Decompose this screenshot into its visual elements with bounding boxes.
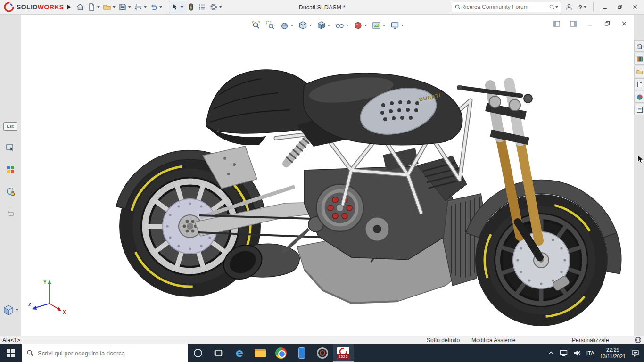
menu-expand-arrow-icon[interactable] — [67, 5, 71, 9]
undo-view-button[interactable] — [3, 206, 18, 220]
zoom-area-button[interactable] — [264, 19, 277, 32]
section-view-button[interactable] — [278, 19, 295, 32]
community-search-box[interactable] — [452, 2, 561, 12]
dropdown-caret[interactable] — [159, 6, 162, 8]
gear-icon — [209, 3, 218, 11]
edge-taskbar-button[interactable]: e — [229, 344, 250, 362]
taskbar-search-input[interactable] — [38, 350, 183, 357]
dropdown-caret[interactable] — [113, 6, 116, 8]
undo-button[interactable] — [148, 1, 164, 13]
dropdown-caret[interactable] — [144, 6, 147, 8]
tab-file-explorer[interactable] — [634, 66, 644, 77]
tab-design-library[interactable] — [634, 53, 644, 65]
clutch-cover[interactable] — [316, 184, 363, 231]
dropdown-caret[interactable] — [382, 25, 385, 26]
dock-pane-left-button[interactable] — [552, 19, 561, 28]
tab-solidworks-resources[interactable] — [634, 40, 644, 52]
pane-left-icon — [553, 21, 560, 27]
dropdown-caret[interactable] — [364, 25, 367, 26]
dock-pane-right-button[interactable] — [569, 19, 578, 28]
tab-appearances[interactable] — [634, 91, 644, 103]
view-cube-caret[interactable] — [16, 309, 18, 311]
browser-taskbar-button[interactable] — [312, 344, 333, 362]
task-pane-strip — [634, 15, 644, 336]
restore-button[interactable] — [614, 1, 626, 13]
dropdown-caret[interactable] — [327, 25, 330, 26]
taskbar-search-box[interactable] — [22, 344, 188, 362]
dropdown-caret[interactable] — [346, 25, 348, 26]
language-indicator[interactable]: ITA — [586, 350, 594, 356]
open-button[interactable] — [101, 1, 117, 13]
document-window-controls — [552, 19, 629, 28]
esc-key-button[interactable]: Esc — [3, 119, 18, 133]
unit-globe-icon[interactable] — [635, 337, 642, 344]
customize-status[interactable]: Personalizzate — [572, 337, 609, 344]
close-button[interactable] — [629, 1, 641, 13]
home-button[interactable] — [74, 1, 86, 13]
dropdown-caret[interactable] — [97, 6, 100, 8]
login-button[interactable] — [564, 1, 574, 13]
solidworks-taskbar-button[interactable]: 2020 — [333, 344, 354, 362]
doc-close-button[interactable] — [619, 19, 629, 28]
cortana-button[interactable] — [188, 344, 208, 362]
coordinate-triad: Y Z X — [28, 277, 68, 315]
select-tool-button[interactable] — [169, 1, 185, 13]
minimize-button[interactable] — [599, 1, 611, 13]
tab-view-palette[interactable] — [634, 78, 644, 90]
clock-date: 13/11/2021 — [600, 353, 626, 360]
display-style-button[interactable] — [314, 19, 332, 32]
dropdown-caret[interactable] — [290, 25, 293, 26]
community-search-input[interactable] — [461, 4, 549, 10]
hide-show-items-button[interactable] — [333, 19, 350, 32]
rotate-lock-button[interactable] — [3, 185, 18, 199]
doc-minimize-button[interactable] — [586, 19, 595, 28]
view-settings-button[interactable] — [388, 19, 405, 32]
clock[interactable]: 22:29 13/11/2021 — [600, 346, 626, 360]
dropdown-caret[interactable] — [309, 25, 312, 26]
tray-expand-chevron-icon[interactable] — [548, 351, 554, 355]
rebuild-button[interactable] — [185, 1, 197, 13]
volume-icon[interactable] — [573, 350, 581, 356]
tab-custom-properties[interactable] — [634, 104, 644, 115]
brand-text: SOLIDWORKS — [17, 3, 64, 11]
motorcycle-model[interactable]: DUCATI — [21, 15, 634, 336]
action-center-icon[interactable] — [631, 350, 639, 357]
left-tool-strip: Esc — [0, 15, 21, 336]
save-button[interactable] — [117, 1, 132, 13]
doc-restore-button[interactable] — [603, 19, 612, 28]
search-magnifier-icon[interactable] — [549, 4, 555, 10]
network-icon[interactable] — [560, 350, 568, 356]
chrome-taskbar-button[interactable] — [271, 344, 291, 362]
select-other-button[interactable] — [3, 141, 18, 155]
zoom-fit-button[interactable] — [249, 19, 263, 32]
new-document-button[interactable] — [86, 1, 101, 13]
dropdown-caret[interactable] — [401, 25, 404, 26]
your-phone-taskbar-button[interactable] — [291, 344, 312, 362]
file-properties-button[interactable] — [197, 1, 208, 13]
home-small-icon — [636, 43, 643, 49]
print-button[interactable] — [132, 1, 148, 13]
edit-appearance-button[interactable] — [351, 19, 369, 32]
minimize-icon — [603, 5, 607, 9]
dropdown-caret[interactable] — [584, 6, 586, 8]
view-cube-control[interactable] — [3, 304, 18, 316]
solidworks-app-icon: 2020 — [337, 347, 349, 359]
dropdown-caret[interactable] — [181, 6, 183, 8]
options-button[interactable] — [208, 1, 223, 13]
rotate-lock-icon — [6, 187, 15, 197]
dropdown-caret[interactable] — [128, 6, 131, 8]
search-scope-caret[interactable] — [555, 6, 558, 8]
start-button[interactable] — [0, 344, 22, 362]
edit-mode-status[interactable]: Modifica Assieme — [471, 337, 515, 344]
graphics-viewport[interactable]: DUCATI — [21, 15, 634, 336]
dropdown-caret[interactable] — [219, 6, 222, 8]
file-explorer-taskbar-button[interactable] — [250, 344, 271, 362]
solidworks-menu-button[interactable]: SOLIDWORKS — [0, 0, 66, 14]
view-orientation-button[interactable] — [296, 19, 314, 32]
help-button[interactable]: ? — [577, 1, 588, 13]
apply-scene-button[interactable] — [370, 19, 387, 32]
save-icon — [118, 3, 127, 11]
selection-filter-button[interactable] — [3, 163, 18, 177]
task-view-button[interactable] — [208, 344, 229, 362]
rear-shock[interactable] — [286, 138, 309, 164]
